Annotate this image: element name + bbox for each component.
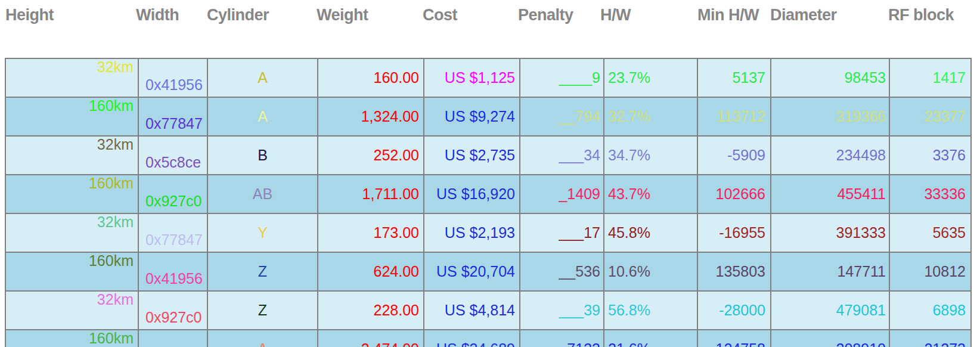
cell-value: US $16,920 (436, 185, 515, 202)
column-header-width: Width (136, 6, 179, 24)
table-row: 160km0x5c8ceA2,474.00US $34,689_713321.6… (5, 330, 971, 347)
cell-value: 319366 (836, 108, 886, 125)
cell-cylinder: A (207, 97, 318, 136)
cell-width: 0x41956 (138, 252, 207, 291)
cell-width: 0x41956 (138, 58, 207, 97)
cell-value: B (258, 147, 268, 163)
cell-value: US $1,125 (445, 69, 515, 86)
cell-hw: 43.7% (604, 175, 697, 213)
cell-value: A (258, 108, 268, 125)
cell-cost: US $34,689 (424, 330, 520, 347)
cell-cost: US $2,735 (424, 136, 520, 175)
cell-value: A (258, 69, 268, 86)
cell-minhw: -28000 (697, 291, 771, 330)
column-header-min-hw: Min H/W (697, 6, 759, 24)
cell-diameter: 208910 (771, 330, 889, 347)
cell-value: 45.8% (608, 224, 650, 241)
cell-diameter: 234498 (771, 136, 889, 175)
column-header-hw: H/W (600, 6, 631, 24)
cell-value: 32km (97, 58, 134, 75)
cell-value: 173.00 (374, 224, 419, 241)
cell-value: Z (258, 263, 267, 280)
cell-minhw: -16955 (697, 213, 771, 252)
cell-value: 455411 (837, 185, 886, 202)
column-header-cost: Cost (423, 6, 457, 24)
cell-cost: US $9,274 (424, 97, 520, 136)
cell-value: __794 (559, 108, 600, 125)
cell-diameter: 479081 (771, 291, 889, 330)
cell-cylinder: Y (207, 213, 318, 252)
cell-hw: 10.6% (604, 252, 697, 291)
cell-minhw: 5137 (697, 58, 771, 97)
cell-diameter: 455411 (771, 175, 889, 213)
cell-rfblock: 23377 (889, 97, 971, 136)
cell-minhw: 113712 (697, 97, 771, 136)
cell-value: US $2,193 (445, 224, 515, 241)
cell-weight: 1,324.00 (318, 97, 424, 136)
cell-value: 32km (97, 136, 134, 153)
table-row: 32km0x77847Y173.00US $2,193___1745.8%-16… (5, 213, 971, 252)
cell-value: 0x927c0 (145, 309, 202, 326)
cell-cylinder: A (207, 58, 318, 97)
column-header-diameter: Diameter (770, 6, 837, 24)
data-table: 32km0x41956A160.00US $1,125____923.7%513… (5, 58, 972, 347)
cell-value: 0x927c0 (145, 193, 202, 209)
cell-hw: 34.7% (604, 136, 697, 175)
cell-height: 32km (5, 136, 138, 175)
cell-value: _1409 (559, 185, 600, 202)
cell-minhw: 135803 (697, 252, 771, 291)
cell-diameter: 391333 (771, 213, 889, 252)
cell-penalty: _1409 (520, 175, 604, 213)
cell-weight: 1,711.00 (318, 175, 424, 213)
cell-rfblock: 6898 (889, 291, 971, 330)
cell-value: 124758 (716, 340, 765, 347)
cell-cost: US $20,704 (424, 252, 520, 291)
cell-value: 160km (89, 97, 134, 114)
cell-value: 624.00 (374, 263, 419, 280)
cell-value: US $20,704 (436, 263, 515, 280)
cell-value: ___39 (559, 302, 600, 318)
cell-width: 0x5c8ce (138, 330, 207, 347)
cell-value: -16955 (719, 224, 765, 241)
cell-value: 32.7% (608, 108, 650, 125)
cell-weight: 173.00 (318, 213, 424, 252)
cell-value: 43.7% (608, 185, 650, 202)
column-header-height: Height (5, 6, 54, 24)
cell-value: 5635 (932, 224, 966, 241)
cell-value: 147711 (837, 263, 886, 280)
cell-value: 56.8% (608, 302, 650, 318)
cell-penalty: __794 (520, 97, 604, 136)
column-header-penalty: Penalty (518, 6, 573, 24)
cell-value: 0x5c8ce (145, 154, 201, 171)
cell-height: 32km (5, 58, 138, 97)
cell-penalty: _7133 (520, 330, 604, 347)
cell-value: 160km (89, 252, 134, 269)
table-row: 160km0x927c0AB1,711.00US $16,920_140943.… (5, 175, 971, 213)
cell-value: 3376 (932, 147, 966, 163)
cell-width: 0x927c0 (138, 175, 207, 213)
cell-value: 160.00 (374, 69, 419, 86)
cell-rfblock: 10812 (889, 252, 971, 291)
cell-cost: US $2,193 (424, 213, 520, 252)
cell-value: 479081 (836, 302, 886, 318)
cell-value: -5909 (727, 147, 765, 163)
cell-minhw: 124758 (697, 330, 771, 347)
cell-rfblock: 33336 (889, 175, 971, 213)
cell-value: Y (258, 224, 268, 241)
cell-cylinder: Z (207, 291, 318, 330)
cell-penalty: __536 (520, 252, 604, 291)
cell-height: 160km (5, 97, 138, 136)
cell-value: 33336 (924, 185, 966, 202)
cell-value: 32km (97, 213, 134, 230)
cell-value: ___17 (559, 224, 600, 241)
cell-value: 208910 (836, 340, 886, 347)
cell-value: 21273 (924, 340, 966, 347)
cell-value: 5137 (732, 69, 765, 86)
cell-value: 23377 (924, 108, 966, 125)
cell-value: US $2,735 (445, 147, 515, 163)
table-row: 32km0x927c0Z228.00US $4,814___3956.8%-28… (5, 291, 971, 330)
cell-rfblock: 21273 (889, 330, 971, 347)
cell-value: 228.00 (374, 302, 419, 318)
cell-cost: US $1,125 (424, 58, 520, 97)
cell-height: 160km (5, 175, 138, 213)
